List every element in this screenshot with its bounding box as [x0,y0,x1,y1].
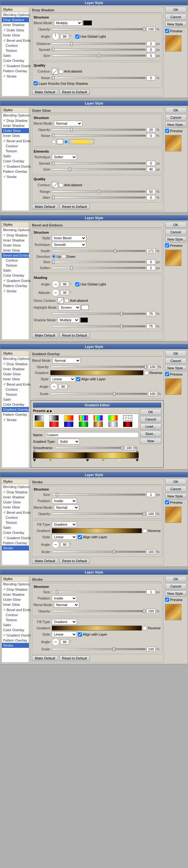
angle-picker-5[interactable] [52,541,59,548]
sb2-contour[interactable]: Contour [2,144,29,149]
sb6-bevel[interactable]: ✓ Bevel and Emboss [2,607,29,612]
name-input[interactable] [45,432,139,438]
new-style-btn-1[interactable]: New Style... [165,21,186,27]
global-light-checkbox-1[interactable] [75,35,80,39]
sb6-stroke[interactable]: Stroke [2,643,29,648]
sb6-pattern-overlay[interactable]: Pattern Overlay [2,638,29,643]
preview-checkbox-5[interactable] [165,500,169,504]
noise-input-1[interactable] [147,75,155,81]
size-slider-5[interactable] [52,494,146,496]
distance-slider-1[interactable] [52,43,146,44]
gradient-stop-6[interactable] [135,459,139,462]
new-style-btn-2[interactable]: New Style... [165,122,186,128]
cancel-btn-1[interactable]: Cancel [165,14,186,20]
reset-default-btn-2[interactable]: Reset to Default [59,204,90,210]
sb2-stroke[interactable]: ✓ Stroke [2,174,29,179]
opacity-slider-6[interactable] [52,610,146,612]
sb4-stroke[interactable]: ✓ Stroke [2,417,29,423]
sb4-satin[interactable]: Satin [2,397,29,402]
soften-slider-3[interactable] [52,267,146,269]
blend-mode-select-6[interactable]: Normal [54,602,79,608]
align-layer-checkbox-4[interactable] [76,377,80,381]
noise-slider-2[interactable] [52,135,146,136]
jitter-slider-2[interactable] [52,196,146,198]
glow-gradient-2[interactable] [69,139,94,144]
sb3-blending[interactable]: Blending Options: Default [2,227,29,232]
sb4-pattern-overlay[interactable]: Pattern Overlay [2,412,29,417]
new-style-btn-5[interactable]: New Style... [165,493,186,499]
make-default-btn-3[interactable]: Make Default [32,333,58,338]
reverse-checkbox-6[interactable] [143,626,147,630]
scale-input-5[interactable] [147,549,155,554]
opacity-input-2[interactable] [147,127,155,132]
gradient-stop-top-left[interactable] [33,449,36,452]
ok-btn-1[interactable]: OK [165,7,186,13]
preset-9[interactable] [49,422,59,427]
angle-input-6[interactable] [60,640,69,644]
size-slider-3[interactable] [52,261,146,263]
angle-input-3[interactable] [60,282,69,287]
spread-input-1[interactable] [147,47,155,52]
size-slider-1[interactable] [52,55,146,57]
sb3-satin[interactable]: Satin [2,268,29,273]
gradient-stop-3[interactable] [86,459,89,462]
highlight-color-3[interactable] [81,305,89,310]
range-slider-2[interactable] [52,191,146,192]
size-input-5[interactable] [147,492,155,497]
ge-save-btn[interactable]: Save... [140,431,161,437]
cancel-btn-4[interactable]: Cancel [165,358,186,364]
preset-3[interactable] [64,415,73,421]
gradient-stop-0[interactable] [33,459,36,462]
sidebar-item-bevel-1[interactable]: ✓ Bevel and Emboss [2,38,29,43]
opacity-input-5[interactable] [147,511,155,516]
new-style-btn-6[interactable]: New Style... [165,590,186,597]
style-select-3[interactable]: Inner Bevel [52,235,86,241]
angle-picker-3[interactable] [52,280,59,288]
make-default-btn-2[interactable]: Make Default [32,204,58,210]
highlight-mode-select-3[interactable]: Screen [58,305,80,310]
new-style-btn-4[interactable]: New Style... [165,365,186,371]
size-input-2[interactable] [147,167,155,172]
sb6-inner-glow[interactable]: Inner Glow [2,602,29,607]
blend-mode-select-5[interactable]: Normal [54,505,79,510]
jitter-input-2[interactable] [147,195,155,200]
sb4-inner-glow[interactable]: Inner Glow [2,376,29,381]
cancel-btn-5[interactable]: Cancel [165,486,186,492]
ge-new-btn[interactable]: New [140,438,161,444]
sb2-inner-glow[interactable]: Inner Glow [2,133,29,138]
sidebar-item-blending-1[interactable]: Blending Options: Default [2,12,29,17]
preset-10[interactable] [64,422,73,427]
opacity-input-6[interactable] [147,609,155,614]
reset-default-btn-3[interactable]: Reset to Default [59,333,90,338]
align-layer-checkbox-5[interactable] [78,535,82,539]
new-style-btn-3[interactable]: New Style... [165,236,186,242]
sb5-gradient-overlay[interactable]: ✓ Gradient Overlay [2,535,29,540]
sb3-drop-shadow[interactable]: ✓ Drop Shadow [2,232,29,238]
sb2-pattern-overlay[interactable]: Pattern Overlay [2,169,29,174]
preset-11[interactable] [79,422,88,427]
contour-thumb-1[interactable] [52,68,58,74]
sb4-bevel[interactable]: ✓ Bevel and Emboss [2,381,29,387]
size-slider-6[interactable] [52,591,146,593]
opacity-slider-1[interactable] [52,28,146,30]
anti-aliased-checkbox-1[interactable] [59,69,63,73]
sb4-color-overlay[interactable]: Color Overlay [2,402,29,407]
preset-4[interactable] [79,415,88,421]
spread-slider-2[interactable] [52,162,146,164]
size-slider-2[interactable] [52,168,146,170]
sb2-inner-shadow[interactable]: Inner Shadow [2,123,29,128]
blend-mode-color-1[interactable] [83,21,92,25]
gloss-anti-aliased-checkbox-3[interactable] [65,299,69,303]
ge-cancel-btn[interactable]: Cancel [140,416,161,423]
sb3-outer-glow[interactable]: Outer Glow [2,243,29,248]
sb6-outer-glow[interactable]: Outer Glow [2,597,29,602]
ok-btn-6[interactable]: OK [165,576,186,582]
altitude-picker-3[interactable] [52,289,59,297]
sb4-blending[interactable]: Blending Options: Default [2,356,29,361]
sb3-gradient-overlay[interactable]: ✓ Gradient Overlay [2,278,29,283]
preset-arrow-right[interactable]: ▶ [49,409,53,413]
sb3-inner-glow[interactable]: Inner Glow [2,248,29,253]
sb6-blending[interactable]: Blending Options: Default [2,582,29,587]
distance-input-1[interactable] [147,41,155,46]
gradient-preview-5[interactable] [52,528,142,533]
